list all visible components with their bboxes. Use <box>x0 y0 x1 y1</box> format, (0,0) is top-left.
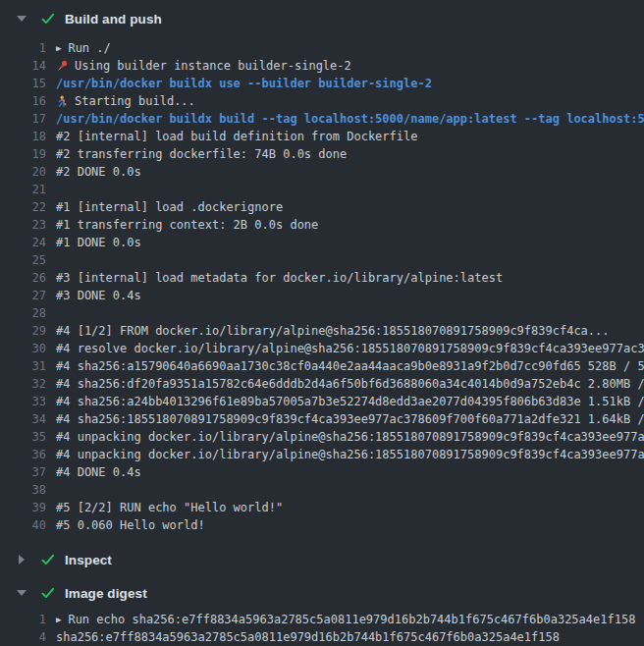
step-section-inspect: Inspect <box>0 546 644 573</box>
line-number[interactable]: 21 <box>0 181 46 198</box>
line-number[interactable]: 14 <box>0 57 46 75</box>
step-header-inspect[interactable]: Inspect <box>0 546 644 573</box>
line-number[interactable]: 19 <box>0 145 46 163</box>
log-line: 35#4 unpacking docker.io/library/alpine@… <box>0 428 644 446</box>
log-text: Starting build... <box>46 92 195 110</box>
log-text <box>46 481 56 499</box>
line-number[interactable]: 36 <box>0 446 46 463</box>
log-line: 39#5 [2/2] RUN echo "Hello world!" <box>0 499 644 516</box>
line-number[interactable]: 17 <box>0 110 46 128</box>
line-number[interactable]: 26 <box>0 269 46 287</box>
log-line: 31#4 sha256:a15790640a6690aa1730c38cf0a4… <box>0 357 644 375</box>
log-text-value: #1 DONE 0.0s <box>56 234 141 251</box>
line-number[interactable]: 1 <box>0 611 46 628</box>
log-line: 21 <box>0 181 644 198</box>
line-number[interactable]: 4 <box>0 628 46 646</box>
line-number[interactable]: 31 <box>0 357 46 375</box>
log-text-value: #4 [1/2] FROM docker.io/library/alpine@s… <box>56 322 610 340</box>
step-log-lines: 1▶Run ./14Using builder instance builder… <box>0 32 644 540</box>
log-text: #2 transferring dockerfile: 74B 0.0s don… <box>46 145 347 163</box>
log-text-value: #4 sha256:185518070891758909c9f839cf4ca3… <box>56 410 644 428</box>
log-text: #1 [internal] load .dockerignore <box>46 198 283 216</box>
line-number[interactable]: 16 <box>0 92 46 110</box>
log-text: #4 unpacking docker.io/library/alpine@sh… <box>46 428 644 446</box>
line-number[interactable]: 30 <box>0 340 46 357</box>
log-line: 40#5 0.060 Hello world! <box>0 516 644 534</box>
log-text-value: #1 transferring context: 2B 0.0s done <box>56 216 318 234</box>
log-text-value: #4 resolve docker.io/library/alpine@sha2… <box>56 340 644 357</box>
success-check-icon <box>40 11 56 27</box>
log-text-value: Starting build... <box>75 92 195 110</box>
log-line: 27#3 DONE 0.4s <box>0 287 644 304</box>
log-text-value: Using builder instance builder-single-2 <box>75 57 351 75</box>
log-text: #5 0.060 Hello world! <box>46 516 205 534</box>
log-text: #4 [1/2] FROM docker.io/library/alpine@s… <box>46 322 610 340</box>
log-text-value: #1 [internal] load .dockerignore <box>56 198 283 216</box>
line-number[interactable]: 27 <box>0 287 46 304</box>
run-group-toggle-icon[interactable]: ▶ <box>56 611 61 628</box>
caret-shape <box>19 555 25 565</box>
log-line: 1▶Run ./ <box>0 39 644 57</box>
log-text: #3 [internal] load metadata for docker.i… <box>46 269 503 287</box>
line-number[interactable]: 28 <box>0 304 46 322</box>
success-check-icon <box>40 552 56 567</box>
log-line: 29#4 [1/2] FROM docker.io/library/alpine… <box>0 322 644 340</box>
log-text-value: #3 [internal] load metadata for docker.i… <box>56 269 503 287</box>
log-text-value: sha256:e7ff8834a5963a2785c5a0811e979d16b… <box>56 628 560 646</box>
log-line: 19#2 transferring dockerfile: 74B 0.0s d… <box>0 145 644 163</box>
line-number[interactable]: 15 <box>0 75 46 92</box>
line-number[interactable]: 29 <box>0 322 46 340</box>
line-number[interactable]: 20 <box>0 163 46 181</box>
log-line: 34#4 sha256:185518070891758909c9f839cf4c… <box>0 410 644 428</box>
log-text-value: #4 sha256:a24bb4013296f61e89ba57005a7b3e… <box>56 393 644 410</box>
line-number[interactable]: 25 <box>0 251 46 269</box>
log-text: #3 DONE 0.4s <box>46 287 141 304</box>
log-text: ▶Run echo sha256:e7ff8834a5963a2785c5a08… <box>46 611 635 628</box>
chevron-right-icon[interactable] <box>17 555 27 565</box>
log-line: 16Starting build... <box>0 92 644 110</box>
line-number[interactable]: 39 <box>0 499 46 516</box>
log-text-value: #2 [internal] load build definition from… <box>56 128 417 145</box>
step-title: Inspect <box>65 553 112 567</box>
line-number[interactable]: 23 <box>0 216 46 234</box>
line-number[interactable]: 34 <box>0 410 46 428</box>
step-title: Build and push <box>65 12 162 27</box>
line-number[interactable]: 32 <box>0 375 46 393</box>
log-text-value: #3 DONE 0.4s <box>56 287 141 304</box>
line-number[interactable]: 18 <box>0 128 46 145</box>
step-header-image-digest[interactable]: Image digest <box>0 579 644 607</box>
line-number[interactable]: 35 <box>0 428 46 446</box>
log-line: 20#2 DONE 0.0s <box>0 163 644 181</box>
chevron-down-icon[interactable] <box>17 16 27 22</box>
log-line: 15/usr/bin/docker buildx use --builder b… <box>0 75 644 92</box>
log-line: 36#4 unpacking docker.io/library/alpine@… <box>0 446 644 463</box>
log-text: #4 sha256:df20fa9351a15782c64e6dddb2d4a6… <box>46 375 644 393</box>
log-text-value: #4 unpacking docker.io/library/alpine@sh… <box>56 428 644 446</box>
log-line: 28 <box>0 304 644 322</box>
log-line: 14Using builder instance builder-single-… <box>0 57 644 75</box>
line-number[interactable]: 22 <box>0 198 46 216</box>
step-header-build-and-push[interactable]: Build and push <box>0 5 644 32</box>
success-check-icon <box>40 585 56 601</box>
log-line: 32#4 sha256:df20fa9351a15782c64e6dddb2d4… <box>0 375 644 393</box>
runner-icon <box>56 95 69 108</box>
line-number[interactable]: 38 <box>0 481 46 499</box>
workflow-log: Build and push1▶Run ./14Using builder in… <box>0 5 644 646</box>
step-section-build-and-push: Build and push1▶Run ./14Using builder in… <box>0 5 644 540</box>
line-number[interactable]: 40 <box>0 516 46 534</box>
line-number[interactable]: 37 <box>0 463 46 481</box>
log-text: #4 sha256:185518070891758909c9f839cf4ca3… <box>46 410 644 428</box>
log-text: sha256:e7ff8834a5963a2785c5a0811e979d16b… <box>46 628 560 646</box>
log-text-value: Run ./ <box>68 39 110 57</box>
log-line: 22#1 [internal] load .dockerignore <box>0 198 644 216</box>
chevron-down-icon[interactable] <box>17 590 27 596</box>
caret-shape <box>17 16 27 22</box>
log-text-value: #5 [2/2] RUN echo "Hello world!" <box>56 499 283 516</box>
log-text: Using builder instance builder-single-2 <box>46 57 351 75</box>
line-number[interactable]: 33 <box>0 393 46 410</box>
log-text: #4 sha256:a24bb4013296f61e89ba57005a7b3e… <box>46 393 644 410</box>
line-number[interactable]: 24 <box>0 234 46 251</box>
run-group-toggle-icon[interactable]: ▶ <box>56 39 61 57</box>
line-number[interactable]: 1 <box>0 39 46 57</box>
log-text: #1 DONE 0.0s <box>46 234 141 251</box>
